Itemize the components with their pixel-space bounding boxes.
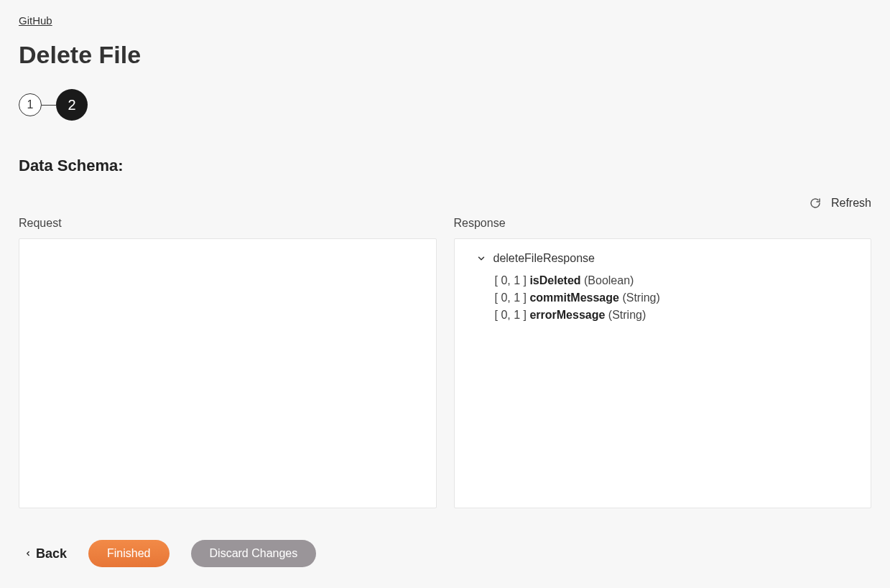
stepper: 1 2 [19, 89, 871, 121]
refresh-icon [810, 197, 821, 209]
response-field[interactable]: [ 0, 1 ] errorMessage (String) [495, 307, 860, 324]
page-title: Delete File [19, 41, 871, 69]
field-cardinality: [ 0, 1 ] [495, 274, 527, 286]
refresh-label: Refresh [831, 197, 871, 210]
step-2[interactable]: 2 [56, 89, 88, 121]
field-cardinality: [ 0, 1 ] [495, 291, 527, 304]
response-root-label: deleteFileResponse [493, 252, 595, 265]
back-button[interactable]: Back [19, 546, 67, 561]
chevron-left-icon [24, 549, 32, 559]
back-label: Back [36, 546, 67, 561]
field-name: errorMessage [529, 309, 605, 321]
field-type: (String) [622, 291, 659, 304]
refresh-button[interactable]: Refresh [810, 197, 871, 210]
response-field[interactable]: [ 0, 1 ] commitMessage (String) [495, 289, 860, 307]
field-name: isDeleted [529, 274, 580, 286]
request-panel[interactable] [19, 238, 437, 508]
field-type: (String) [608, 309, 646, 321]
response-root-node[interactable]: deleteFileResponse [466, 252, 860, 265]
section-title: Data Schema: [19, 157, 871, 175]
response-label: Response [454, 217, 872, 230]
discard-button[interactable]: Discard Changes [191, 540, 317, 567]
field-cardinality: [ 0, 1 ] [495, 309, 527, 321]
finished-button[interactable]: Finished [88, 540, 169, 567]
response-field[interactable]: [ 0, 1 ] isDeleted (Boolean) [495, 272, 860, 289]
response-panel[interactable]: deleteFileResponse [ 0, 1 ] isDeleted (B… [454, 238, 872, 508]
field-name: commitMessage [529, 291, 619, 304]
breadcrumb-link[interactable]: GitHub [19, 14, 52, 27]
field-type: (Boolean) [584, 274, 634, 286]
chevron-down-icon [476, 253, 486, 263]
step-connector [42, 105, 56, 106]
footer-actions: Back Finished Discard Changes [19, 540, 871, 567]
response-fields: [ 0, 1 ] isDeleted (Boolean) [ 0, 1 ] co… [466, 272, 860, 324]
request-label: Request [19, 217, 437, 230]
step-1[interactable]: 1 [19, 93, 42, 116]
